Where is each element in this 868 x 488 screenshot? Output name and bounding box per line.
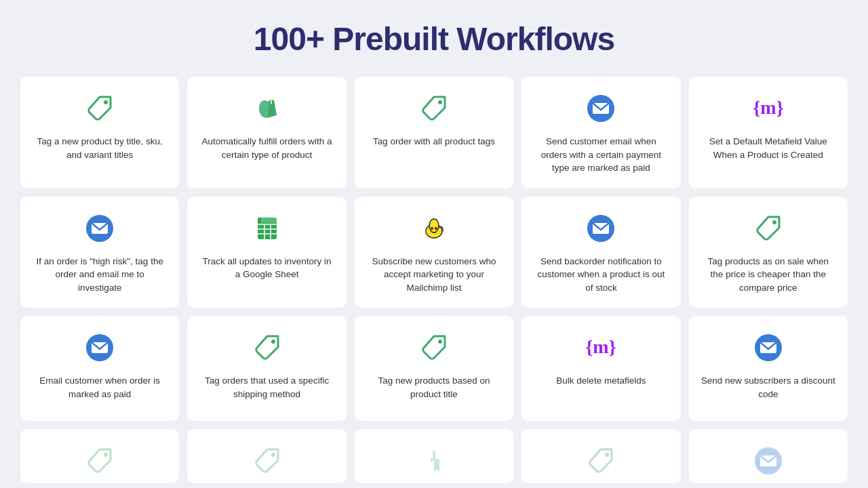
email-icon <box>751 444 785 478</box>
svg-point-18 <box>435 227 437 230</box>
card-text: Send backorder notification to customer … <box>534 255 668 295</box>
svg-point-1 <box>438 100 442 104</box>
workflow-card-partial-3[interactable] <box>355 429 513 483</box>
shopify-icon <box>250 92 284 125</box>
workflow-card-partial-4[interactable] <box>521 429 680 483</box>
svg-point-31 <box>605 453 609 457</box>
email-icon <box>83 331 117 365</box>
email-icon <box>584 211 618 245</box>
page-title: 100+ Prebuilt Workflows <box>20 20 848 58</box>
svg-point-24 <box>271 340 275 344</box>
workflow-card-tag-on-sale[interactable]: Tag products as on sale when the price i… <box>689 197 848 308</box>
svg-text:{m}: {m} <box>753 97 783 118</box>
svg-point-30 <box>271 453 275 457</box>
email-icon <box>751 331 785 365</box>
card-text: Tag products as on sale when the price i… <box>701 255 835 295</box>
card-text: Tag a new product by title, sku, and var… <box>33 135 167 161</box>
card-text: Tag order with all product tags <box>373 135 495 148</box>
workflow-card-partial-5[interactable] <box>689 429 848 483</box>
workflow-card-high-risk-order[interactable]: If an order is "high risk", tag the orde… <box>20 197 179 308</box>
sheets-icon <box>250 211 284 245</box>
card-text: Send customer email when orders with a c… <box>534 135 668 175</box>
svg-point-21 <box>772 220 776 224</box>
workflow-card-subscribe-mailchimp[interactable]: Subscribe new customers who accept marke… <box>355 197 513 308</box>
svg-text:{m}: {m} <box>586 336 616 357</box>
svg-rect-14 <box>261 218 277 223</box>
workflow-card-send-subscribers-discount[interactable]: Send new subscribers a discount code <box>689 316 848 421</box>
card-text: If an order is "high risk", tag the orde… <box>33 255 167 295</box>
workflow-card-email-order-paid[interactable]: Email customer when order is marked as p… <box>20 316 179 421</box>
workflow-card-send-customer-email-payment[interactable]: Send customer email when orders with a c… <box>521 77 680 188</box>
card-text: Bulk delete metafields <box>556 374 646 388</box>
page: 100+ Prebuilt Workflows Tag a new produc… <box>0 0 868 488</box>
tag-icon <box>584 444 618 478</box>
tag-icon <box>250 331 284 365</box>
workflow-card-auto-fulfill[interactable]: Automatically fulfill orders with a cert… <box>187 77 346 188</box>
card-text: Tag orders that used a specific shipping… <box>199 374 334 401</box>
workflow-card-tag-order-product-tags[interactable]: Tag order with all product tags <box>355 77 513 188</box>
workflow-card-partial-1[interactable] <box>20 429 179 483</box>
tag-icon <box>417 331 451 365</box>
workflow-card-set-default-metafield[interactable]: {m} Set a Default Metafield Value When a… <box>689 77 848 188</box>
email-icon <box>83 211 117 245</box>
svg-point-25 <box>438 340 442 344</box>
touch-icon <box>417 444 451 478</box>
workflow-card-track-inventory-google[interactable]: Track all updates to inventory in a Goog… <box>187 197 346 308</box>
metafield-icon: {m} <box>584 331 618 365</box>
card-text: Subscribe new customers who accept marke… <box>367 255 501 295</box>
workflow-card-bulk-delete-metafields[interactable]: {m} Bulk delete metafields <box>521 316 680 421</box>
workflow-card-tag-shipping-method[interactable]: Tag orders that used a specific shipping… <box>187 316 346 421</box>
workflow-card-backorder-notification[interactable]: Send backorder notification to customer … <box>521 197 680 308</box>
tag-icon <box>751 211 785 245</box>
card-text: Tag new products based on product title <box>367 374 501 401</box>
svg-point-17 <box>431 227 433 230</box>
card-text: Set a Default Metafield Value When a Pro… <box>701 135 835 161</box>
card-text: Email customer when order is marked as p… <box>33 374 167 401</box>
tag-icon <box>83 92 117 125</box>
workflow-card-tag-new-products-title[interactable]: Tag new products based on product title <box>355 316 513 421</box>
workflow-card-partial-2[interactable] <box>187 429 346 483</box>
mailchimp-icon <box>417 211 451 245</box>
tag-icon <box>83 444 117 478</box>
card-text: Send new subscribers a discount code <box>701 374 835 401</box>
tag-icon <box>250 444 284 478</box>
svg-point-16 <box>429 219 439 232</box>
email-icon <box>584 92 618 125</box>
svg-point-29 <box>104 453 108 457</box>
workflow-grid: Tag a new product by title, sku, and var… <box>20 77 848 483</box>
metafield-icon: {m} <box>751 92 785 125</box>
tag-icon <box>417 92 451 125</box>
workflow-card-tag-new-product[interactable]: Tag a new product by title, sku, and var… <box>20 77 179 188</box>
card-text: Automatically fulfill orders with a cert… <box>199 135 334 161</box>
svg-point-0 <box>104 100 108 104</box>
card-text: Track all updates to inventory in a Goog… <box>199 255 334 281</box>
